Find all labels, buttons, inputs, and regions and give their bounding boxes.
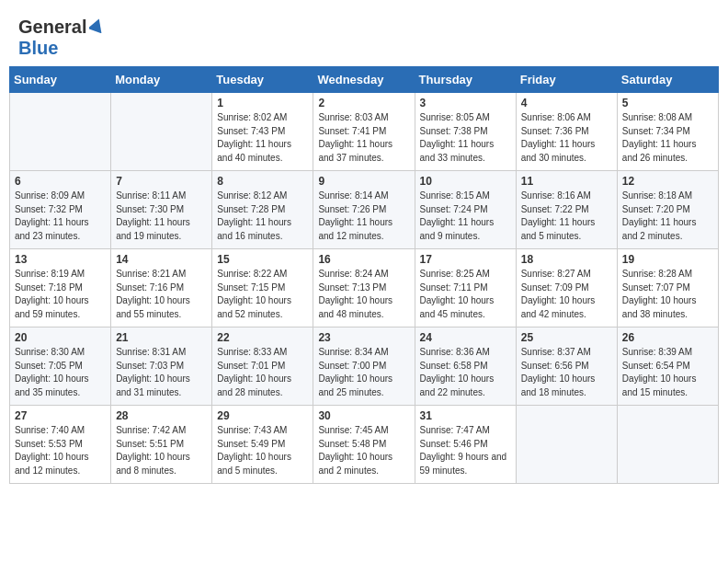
day-info: Sunrise: 7:45 AM Sunset: 5:48 PM Dayligh… bbox=[318, 424, 409, 477]
day-info: Sunrise: 7:42 AM Sunset: 5:51 PM Dayligh… bbox=[116, 424, 207, 477]
day-number: 29 bbox=[217, 409, 308, 422]
calendar-cell: 20Sunrise: 8:30 AM Sunset: 7:05 PM Dayli… bbox=[10, 327, 111, 406]
calendar-cell: 10Sunrise: 8:15 AM Sunset: 7:24 PM Dayli… bbox=[415, 171, 516, 249]
calendar-cell: 9Sunrise: 8:14 AM Sunset: 7:26 PM Daylig… bbox=[313, 171, 415, 249]
day-info: Sunrise: 8:31 AM Sunset: 7:03 PM Dayligh… bbox=[116, 346, 207, 399]
day-number: 7 bbox=[116, 175, 207, 188]
day-header-tuesday: Tuesday bbox=[212, 67, 313, 93]
day-number: 28 bbox=[116, 409, 207, 422]
logo-general-text: General bbox=[18, 17, 86, 38]
calendar-cell bbox=[10, 93, 111, 171]
day-info: Sunrise: 8:22 AM Sunset: 7:15 PM Dayligh… bbox=[217, 268, 308, 321]
day-number: 4 bbox=[521, 97, 612, 109]
calendar-cell: 31Sunrise: 7:47 AM Sunset: 5:46 PM Dayli… bbox=[415, 406, 516, 484]
day-info: Sunrise: 7:47 AM Sunset: 5:46 PM Dayligh… bbox=[420, 424, 511, 477]
calendar-cell: 4Sunrise: 8:06 AM Sunset: 7:36 PM Daylig… bbox=[516, 93, 617, 171]
day-info: Sunrise: 8:28 AM Sunset: 7:07 PM Dayligh… bbox=[622, 268, 713, 321]
day-info: Sunrise: 8:11 AM Sunset: 7:30 PM Dayligh… bbox=[116, 190, 207, 243]
day-number: 20 bbox=[15, 331, 106, 344]
calendar-cell: 27Sunrise: 7:40 AM Sunset: 5:53 PM Dayli… bbox=[10, 406, 111, 484]
day-header-monday: Monday bbox=[111, 67, 212, 93]
week-row-4: 27Sunrise: 7:40 AM Sunset: 5:53 PM Dayli… bbox=[10, 406, 719, 484]
day-number: 18 bbox=[521, 253, 612, 266]
calendar-cell: 16Sunrise: 8:24 AM Sunset: 7:13 PM Dayli… bbox=[313, 249, 415, 327]
calendar-cell: 26Sunrise: 8:39 AM Sunset: 6:54 PM Dayli… bbox=[617, 327, 718, 406]
day-info: Sunrise: 8:14 AM Sunset: 7:26 PM Dayligh… bbox=[318, 190, 409, 243]
day-info: Sunrise: 8:27 AM Sunset: 7:09 PM Dayligh… bbox=[521, 268, 612, 321]
calendar-cell: 3Sunrise: 8:05 AM Sunset: 7:38 PM Daylig… bbox=[415, 93, 516, 171]
day-number: 13 bbox=[15, 253, 106, 266]
day-header-saturday: Saturday bbox=[617, 67, 718, 93]
week-row-0: 1Sunrise: 8:02 AM Sunset: 7:43 PM Daylig… bbox=[10, 93, 719, 171]
calendar-cell: 5Sunrise: 8:08 AM Sunset: 7:34 PM Daylig… bbox=[617, 93, 718, 171]
calendar-cell: 14Sunrise: 8:21 AM Sunset: 7:16 PM Dayli… bbox=[111, 249, 212, 327]
calendar-cell: 17Sunrise: 8:25 AM Sunset: 7:11 PM Dayli… bbox=[415, 249, 516, 327]
day-info: Sunrise: 7:43 AM Sunset: 5:49 PM Dayligh… bbox=[217, 424, 308, 477]
week-row-3: 20Sunrise: 8:30 AM Sunset: 7:05 PM Dayli… bbox=[10, 327, 719, 406]
day-info: Sunrise: 8:15 AM Sunset: 7:24 PM Dayligh… bbox=[420, 190, 511, 243]
day-info: Sunrise: 8:06 AM Sunset: 7:36 PM Dayligh… bbox=[521, 111, 612, 165]
day-number: 25 bbox=[521, 331, 612, 344]
day-info: Sunrise: 8:33 AM Sunset: 7:01 PM Dayligh… bbox=[217, 346, 308, 399]
day-info: Sunrise: 8:39 AM Sunset: 6:54 PM Dayligh… bbox=[622, 346, 713, 399]
day-header-friday: Friday bbox=[516, 67, 617, 93]
calendar-cell: 30Sunrise: 7:45 AM Sunset: 5:48 PM Dayli… bbox=[313, 406, 415, 484]
day-number: 24 bbox=[420, 331, 511, 344]
day-number: 31 bbox=[420, 409, 511, 422]
calendar-cell: 1Sunrise: 8:02 AM Sunset: 7:43 PM Daylig… bbox=[212, 93, 313, 171]
day-number: 14 bbox=[116, 253, 207, 266]
calendar-cell bbox=[111, 93, 212, 171]
day-info: Sunrise: 8:05 AM Sunset: 7:38 PM Dayligh… bbox=[420, 111, 511, 165]
calendar-cell bbox=[617, 406, 718, 484]
calendar-cell: 15Sunrise: 8:22 AM Sunset: 7:15 PM Dayli… bbox=[212, 249, 313, 327]
day-info: Sunrise: 8:30 AM Sunset: 7:05 PM Dayligh… bbox=[15, 346, 106, 399]
day-info: Sunrise: 8:08 AM Sunset: 7:34 PM Dayligh… bbox=[622, 111, 713, 165]
day-info: Sunrise: 8:21 AM Sunset: 7:16 PM Dayligh… bbox=[116, 268, 207, 321]
day-number: 2 bbox=[318, 97, 409, 109]
calendar-cell: 23Sunrise: 8:34 AM Sunset: 7:00 PM Dayli… bbox=[313, 327, 415, 406]
day-header-sunday: Sunday bbox=[10, 67, 111, 93]
week-row-1: 6Sunrise: 8:09 AM Sunset: 7:32 PM Daylig… bbox=[10, 171, 719, 249]
calendar-cell: 24Sunrise: 8:36 AM Sunset: 6:58 PM Dayli… bbox=[415, 327, 516, 406]
calendar-cell: 29Sunrise: 7:43 AM Sunset: 5:49 PM Dayli… bbox=[212, 406, 313, 484]
day-number: 21 bbox=[116, 331, 207, 344]
logo-blue-text: Blue bbox=[18, 38, 58, 58]
day-info: Sunrise: 8:37 AM Sunset: 6:56 PM Dayligh… bbox=[521, 346, 612, 399]
day-number: 9 bbox=[318, 175, 409, 188]
day-info: Sunrise: 7:40 AM Sunset: 5:53 PM Dayligh… bbox=[15, 424, 106, 477]
day-info: Sunrise: 8:36 AM Sunset: 6:58 PM Dayligh… bbox=[420, 346, 511, 399]
day-number: 10 bbox=[420, 175, 511, 188]
day-info: Sunrise: 8:19 AM Sunset: 7:18 PM Dayligh… bbox=[15, 268, 106, 321]
day-number: 11 bbox=[521, 175, 612, 188]
logo: General Blue bbox=[18, 17, 104, 59]
calendar-cell: 8Sunrise: 8:12 AM Sunset: 7:28 PM Daylig… bbox=[212, 171, 313, 249]
day-number: 15 bbox=[217, 253, 308, 266]
day-number: 17 bbox=[420, 253, 511, 266]
logo-arrow-icon bbox=[89, 18, 104, 37]
day-info: Sunrise: 8:25 AM Sunset: 7:11 PM Dayligh… bbox=[420, 268, 511, 321]
day-number: 12 bbox=[622, 175, 713, 188]
day-number: 22 bbox=[217, 331, 308, 344]
svg-marker-0 bbox=[89, 18, 104, 33]
day-header-wednesday: Wednesday bbox=[313, 67, 415, 93]
header-row: SundayMondayTuesdayWednesdayThursdayFrid… bbox=[10, 67, 719, 93]
calendar-cell: 11Sunrise: 8:16 AM Sunset: 7:22 PM Dayli… bbox=[516, 171, 617, 249]
day-number: 3 bbox=[420, 97, 511, 109]
day-info: Sunrise: 8:18 AM Sunset: 7:20 PM Dayligh… bbox=[622, 190, 713, 243]
day-info: Sunrise: 8:09 AM Sunset: 7:32 PM Dayligh… bbox=[15, 190, 106, 243]
day-number: 26 bbox=[622, 331, 713, 344]
calendar-cell: 7Sunrise: 8:11 AM Sunset: 7:30 PM Daylig… bbox=[111, 171, 212, 249]
day-number: 27 bbox=[15, 409, 106, 422]
day-info: Sunrise: 8:16 AM Sunset: 7:22 PM Dayligh… bbox=[521, 190, 612, 243]
day-info: Sunrise: 8:34 AM Sunset: 7:00 PM Dayligh… bbox=[318, 346, 409, 399]
day-info: Sunrise: 8:24 AM Sunset: 7:13 PM Dayligh… bbox=[318, 268, 409, 321]
calendar-cell: 2Sunrise: 8:03 AM Sunset: 7:41 PM Daylig… bbox=[313, 93, 415, 171]
header: General Blue bbox=[9, 9, 719, 63]
day-number: 19 bbox=[622, 253, 713, 266]
calendar-cell: 25Sunrise: 8:37 AM Sunset: 6:56 PM Dayli… bbox=[516, 327, 617, 406]
day-number: 30 bbox=[318, 409, 409, 422]
day-number: 23 bbox=[318, 331, 409, 344]
calendar-cell: 22Sunrise: 8:33 AM Sunset: 7:01 PM Dayli… bbox=[212, 327, 313, 406]
day-number: 16 bbox=[318, 253, 409, 266]
calendar-table: SundayMondayTuesdayWednesdayThursdayFrid… bbox=[9, 66, 719, 484]
